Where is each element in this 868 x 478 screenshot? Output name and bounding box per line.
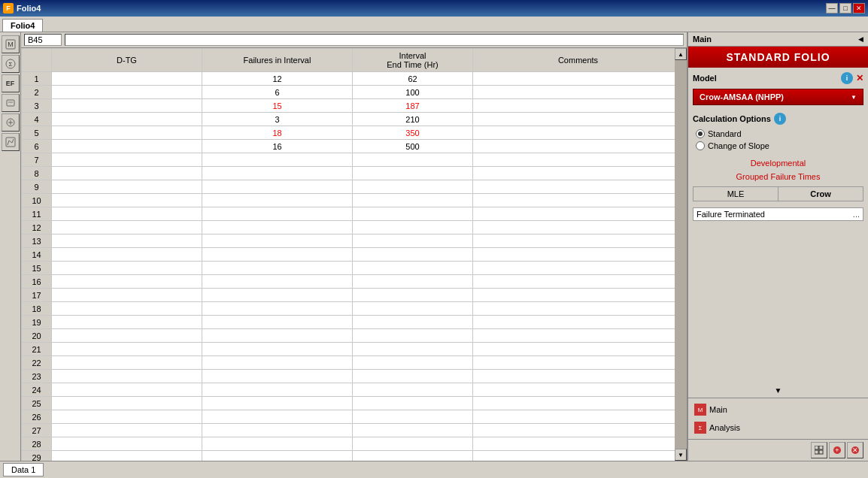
model-dropdown[interactable]: Crow-AMSAA (NHPP) ▼ [693,89,863,105]
dtg-cell[interactable] [52,113,202,126]
failures-cell[interactable] [202,424,353,437]
failures-cell[interactable] [202,316,353,329]
comments-cell[interactable] [473,329,675,343]
table-row[interactable]: 16 [22,275,675,289]
comments-cell[interactable] [473,180,675,194]
cell-reference[interactable]: B45 [24,34,62,46]
interval-cell[interactable] [353,356,473,370]
comments-cell[interactable] [473,234,675,248]
comments-cell[interactable] [473,86,675,99]
scroll-track[interactable] [675,60,687,449]
failures-cell[interactable]: 6 [202,86,353,99]
interval-cell[interactable] [353,370,473,383]
table-row[interactable]: 23 [22,370,675,383]
dtg-cell[interactable] [52,126,202,140]
interval-cell[interactable] [353,383,473,397]
calc-options-info-icon[interactable]: i [774,113,786,125]
interval-cell[interactable] [353,410,473,424]
developmental-link[interactable]: Developmental [688,156,868,170]
change-of-slope-radio[interactable] [696,141,705,150]
panel-expand-collapse[interactable]: ▼ [688,383,868,398]
dtg-cell[interactable] [52,316,202,329]
interval-cell[interactable] [353,289,473,302]
nav-item-main[interactable]: M Main [691,401,865,418]
interval-cell[interactable] [353,343,473,356]
toolbar-btn-close[interactable]: ✕ [847,442,863,458]
comments-cell[interactable] [473,370,675,383]
comments-cell[interactable] [473,410,675,424]
side-btn-1[interactable]: M [2,35,20,53]
dtg-cell[interactable] [52,140,202,153]
failures-cell[interactable] [202,397,353,410]
dtg-cell[interactable] [52,99,202,113]
dtg-cell[interactable] [52,86,202,99]
failures-cell[interactable]: 18 [202,126,353,140]
comments-cell[interactable] [473,275,675,289]
table-row[interactable]: 26100 [22,86,675,99]
side-btn-5[interactable] [2,113,20,132]
comments-cell[interactable] [473,113,675,126]
interval-cell[interactable] [353,153,473,167]
failures-cell[interactable] [202,207,353,221]
comments-cell[interactable] [473,397,675,410]
vertical-scrollbar[interactable]: ▲ ▼ [675,48,687,461]
interval-cell[interactable]: 187 [353,99,473,113]
dtg-cell[interactable] [52,383,202,397]
dtg-cell[interactable] [52,207,202,221]
failures-cell[interactable] [202,383,353,397]
interval-cell[interactable] [353,248,473,262]
dtg-cell[interactable] [52,221,202,234]
interval-cell[interactable] [353,221,473,234]
dtg-cell[interactable] [52,302,202,316]
comments-cell[interactable] [473,262,675,275]
interval-cell[interactable] [353,329,473,343]
dtg-cell[interactable] [52,370,202,383]
interval-cell[interactable] [353,451,473,461]
comments-cell[interactable] [473,167,675,180]
dtg-cell[interactable] [52,275,202,289]
interval-cell[interactable] [353,194,473,207]
dtg-cell[interactable] [52,289,202,302]
interval-cell[interactable] [353,397,473,410]
interval-cell[interactable] [353,234,473,248]
dtg-cell[interactable] [52,329,202,343]
failure-terminated-options-button[interactable]: ... [853,210,860,219]
comments-cell[interactable] [473,302,675,316]
standard-radio[interactable] [696,129,705,138]
dtg-cell[interactable] [52,153,202,167]
interval-cell[interactable] [353,275,473,289]
failures-cell[interactable]: 3 [202,113,353,126]
scroll-up-button[interactable]: ▲ [675,48,687,60]
comments-cell[interactable] [473,424,675,437]
grouped-failure-times-link[interactable]: Grouped Failure Times [688,170,868,183]
spreadsheet[interactable]: D-TG Failures in Interval IntervalEnd Ti… [21,48,675,461]
interval-cell[interactable]: 210 [353,113,473,126]
interval-cell[interactable]: 100 [353,86,473,99]
table-row[interactable]: 13 [22,234,675,248]
side-btn-4[interactable] [2,94,20,112]
failures-cell[interactable] [202,275,353,289]
comments-cell[interactable] [473,316,675,329]
interval-cell[interactable] [353,207,473,221]
maximize-button[interactable]: □ [839,3,851,14]
dtg-cell[interactable] [52,356,202,370]
table-row[interactable]: 518350 [22,126,675,140]
table-row[interactable]: 11262 [22,72,675,86]
dtg-cell[interactable] [52,167,202,180]
table-row[interactable]: 25 [22,397,675,410]
table-row[interactable]: 14 [22,248,675,262]
table-row[interactable]: 11 [22,207,675,221]
panel-collapse-button[interactable]: ◀ [858,35,863,43]
failures-cell[interactable] [202,289,353,302]
failures-cell[interactable] [202,262,353,275]
table-row[interactable]: 15 [22,262,675,275]
comments-cell[interactable] [473,383,675,397]
dtg-cell[interactable] [52,72,202,86]
model-close-icon[interactable]: ✕ [856,73,863,83]
side-btn-2[interactable]: Σ [2,55,20,73]
comments-cell[interactable] [473,343,675,356]
table-row[interactable]: 8 [22,167,675,180]
comments-cell[interactable] [473,437,675,451]
dtg-cell[interactable] [52,424,202,437]
dtg-cell[interactable] [52,397,202,410]
